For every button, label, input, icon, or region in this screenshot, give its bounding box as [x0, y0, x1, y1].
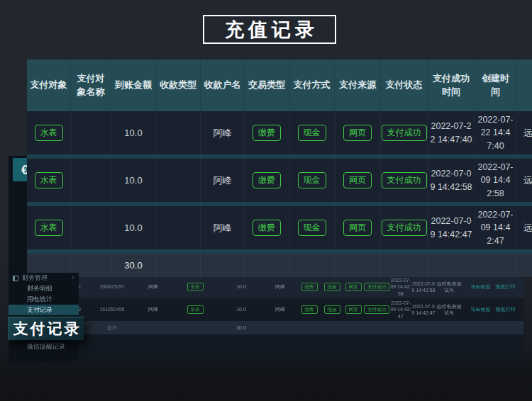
pay-source-badge: 网页 [343, 220, 372, 236]
create-time-cell: 2022-07-09 14:42:47 [475, 206, 516, 249]
success-time-cell: 2022-07-09 14:42:47 [390, 300, 411, 319]
chevron-up-icon: ^ [72, 275, 74, 281]
trade-type-cell: 缴费 [245, 111, 289, 154]
receive-type-cell [156, 159, 201, 202]
amount-cell: 10.0 [111, 206, 156, 249]
sidebar-group-label: 财务管理 [22, 273, 48, 283]
trade-type-badge: 缴费 [301, 283, 318, 291]
record-id: 396415297 [88, 283, 136, 290]
record-id: 161650495 [88, 306, 136, 312]
sidebar-item-power-stats[interactable]: 用电统计 [9, 294, 79, 305]
pay-object-cell: 水表 [27, 206, 71, 249]
sidebar-group-finance[interactable]: 财务管理 ^ [9, 273, 79, 283]
pay-user-cell: 远程电表测试号 [436, 281, 462, 293]
pay-source-cell: 网页 [335, 206, 381, 249]
receive-type-cell [156, 206, 201, 249]
pay-object-cell: 水表 [170, 305, 220, 314]
amount-cell: 10.0 [111, 159, 156, 202]
table-row: 水表 10.0 阿峰 缴费 现金 网页 支付成功 2022-07-09 14:4… [27, 159, 532, 202]
pay-status-badge: 支付成功 [364, 305, 389, 314]
pay-method-cell: 现金 [321, 283, 343, 291]
pay-method-cell: 现金 [289, 206, 335, 249]
object-name-cell [71, 111, 111, 154]
create-time-cell: 2022-07-09 14:42:47 [411, 303, 436, 316]
pay-method-cell: 现金 [289, 111, 335, 154]
column-header: 收款类型 [156, 60, 201, 111]
callout-label: 支付记录 [13, 319, 82, 339]
column-header: 支付状态 [381, 60, 428, 111]
pay-source-badge: 网页 [345, 305, 362, 314]
recharge-records-table: 支付对象 支付对象名称 到账金额 收款类型 收款户名 交易类型 支付方式 支付来… [27, 60, 532, 277]
pay-source-badge: 网页 [345, 283, 362, 291]
pay-status-cell: 支付成功 [381, 206, 428, 249]
table-row: 水表 10.0 阿峰 缴费 现金 网页 支付成功 2022-07-09 14:4… [27, 206, 532, 249]
pay-source-cell: 网页 [335, 111, 381, 154]
export-receipt-link[interactable]: 导出收据 [471, 306, 491, 312]
account-name-cell: 阿峰 [262, 306, 298, 312]
column-header: 收款户名 [201, 60, 245, 111]
pay-method-badge: 现金 [324, 283, 340, 291]
total-amount: 30.0 [220, 324, 262, 331]
pay-status-badge: 支付成功 [382, 125, 427, 141]
table-total-row: 30.0 [27, 254, 532, 277]
pay-method-badge: 现金 [298, 125, 326, 141]
trade-type-cell: 缴费 [245, 159, 289, 202]
total-label: 总计 [88, 324, 136, 331]
trade-type-badge: 缴费 [301, 305, 318, 314]
pay-source-cell: 网页 [343, 283, 363, 291]
account-name-cell: 阿峰 [201, 206, 245, 249]
pay-method-cell: 现金 [321, 305, 343, 314]
account-name-cell: 阿峰 [201, 111, 245, 154]
column-header: 支付方式 [289, 60, 335, 111]
grid-icon [13, 276, 18, 281]
pay-status-badge: 支付成功 [382, 220, 427, 236]
user-name: 阿峰 [136, 306, 170, 312]
pay-status-badge: 支付成功 [382, 172, 427, 188]
pay-user-cell: 远程电表测试号 [516, 111, 532, 154]
export-receipt-link[interactable]: 导出收据 [471, 283, 491, 290]
pay-method-badge: 现金 [324, 305, 340, 314]
amount-cell: 10.0 [220, 306, 262, 312]
pay-user-cell: 远程电表测试号 [516, 159, 532, 202]
column-header: 到账金额 [111, 60, 156, 111]
pay-user-cell: 远程电表测试号 [436, 303, 462, 316]
trade-type-badge: 缴费 [253, 125, 281, 141]
sidebar-item-finance-detail[interactable]: 财务明细 [9, 283, 79, 294]
pay-source-cell: 网页 [335, 159, 381, 202]
success-time-cell: 2022-07-09 14:42:58 [428, 159, 475, 202]
pay-user-cell: 远程电表测试号 [516, 206, 532, 249]
pay-object-cell: 水表 [27, 159, 71, 202]
pay-source-cell: 网页 [343, 305, 363, 314]
trade-type-badge: 缴费 [253, 172, 281, 188]
pay-object-badge: 水表 [35, 125, 63, 141]
column-header: 支付成功时间 [428, 60, 475, 111]
pay-source-badge: 网页 [343, 172, 372, 188]
table-row: 3 161650495 阿峰 水表 10.0 阿峰 缴费 现金 网页 支付成功 … [71, 298, 523, 321]
column-header: 创建时间 [475, 60, 516, 111]
table-total-row: 总计 30.0 [71, 321, 523, 334]
pay-object-cell: 水表 [27, 111, 71, 154]
trade-type-cell: 缴费 [298, 283, 321, 291]
success-time-cell: 2022-07-22 14:47:40 [428, 111, 475, 154]
sidebar-item-payment-records[interactable]: 支付记录 [9, 305, 79, 315]
amount-cell: 10.0 [111, 111, 156, 154]
pay-status-cell: 支付成功 [381, 111, 428, 154]
print-preview-link[interactable]: 预览打印 [496, 306, 516, 312]
pay-method-badge: 现金 [298, 220, 326, 236]
sidebar-item-wechat-reminder-records[interactable]: 微信提醒记录 [9, 341, 79, 352]
account-name-cell: 阿峰 [262, 283, 298, 290]
pay-status-badge: 支付成功 [364, 283, 389, 291]
pay-method-badge: 现金 [298, 172, 326, 188]
column-header [516, 60, 532, 111]
actions-cell: 导出收据 预览打印 [462, 283, 523, 290]
success-time-cell: 2022-07-09 14:42:58 [390, 277, 411, 296]
trade-type-cell: 缴费 [245, 206, 289, 249]
page-title: 充值记录 [203, 15, 336, 44]
amount-cell: 10.0 [220, 283, 262, 290]
object-name-cell [71, 159, 111, 202]
table-header-row: 支付对象 支付对象名称 到账金额 收款类型 收款户名 交易类型 支付方式 支付来… [27, 60, 532, 111]
pay-object-badge: 水表 [187, 305, 204, 314]
table-row: 水表 10.0 阿峰 缴费 现金 网页 支付成功 2022-07-22 14:4… [27, 111, 532, 154]
pay-method-cell: 现金 [289, 159, 335, 202]
print-preview-link[interactable]: 预览打印 [496, 283, 516, 290]
